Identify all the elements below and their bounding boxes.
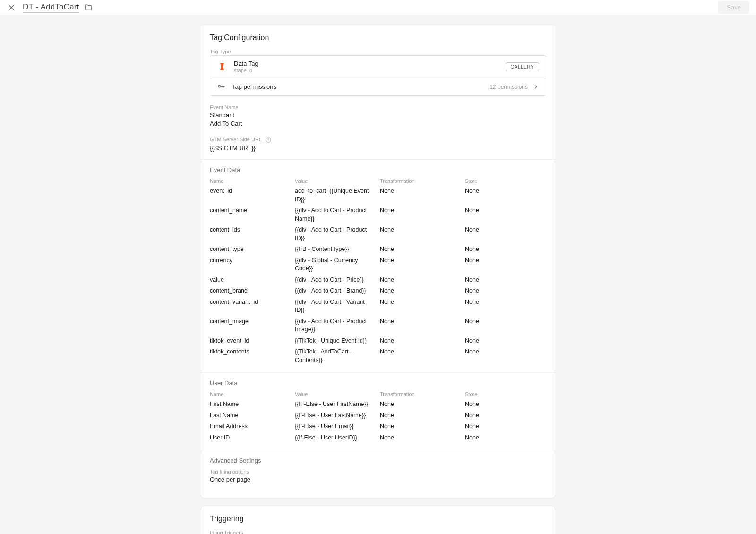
table-cell-trans: None — [380, 285, 465, 297]
table-row: Last Name{{If-Else - User LastName}}None… — [210, 410, 546, 422]
tag-permissions-label: Tag permissions — [232, 83, 276, 91]
table-row: content_brand{{dlv - Add to Cart - Brand… — [210, 285, 546, 297]
table-row: content_name{{dlv - Add to Cart - Produc… — [210, 205, 546, 224]
event-data-header-trans: Transformation — [380, 178, 465, 186]
firing-options-label: Tag firing options — [210, 469, 546, 474]
event-name-value-1: Standard — [210, 111, 546, 120]
triggering-card: Triggering Firing Triggers Event - Add t… — [201, 506, 555, 534]
table-cell-value: {{If-Else - User Email}} — [295, 421, 380, 432]
table-cell-store: None — [465, 399, 546, 410]
table-cell-name: content_variant_id — [210, 297, 295, 316]
user-data-header-value: Value — [295, 391, 380, 399]
table-cell-value: {{IF-Else - User FirstName}} — [295, 399, 380, 410]
tag-permissions-count: 12 permissions — [490, 84, 528, 90]
table-cell-store: None — [465, 316, 546, 336]
tag-type-label: Tag Type — [210, 49, 546, 54]
table-row: tiktok_event_id{{TikTok - Unique Event I… — [210, 336, 546, 347]
table-row: First Name{{IF-Else - User FirstName}}No… — [210, 399, 546, 410]
table-cell-trans: None — [380, 297, 465, 316]
user-data-header-trans: Transformation — [380, 391, 465, 399]
gtm-url-value: {{SS GTM URL}} — [210, 144, 546, 153]
table-cell-name: User ID — [210, 432, 295, 444]
save-button[interactable]: Save — [718, 1, 749, 14]
table-row: tiktok_contents{{TikTok - AddToCart - Co… — [210, 346, 546, 366]
table-cell-name: First Name — [210, 399, 295, 410]
table-row: currency{{dlv - Global - Currency Code}}… — [210, 255, 546, 275]
close-icon[interactable] — [7, 3, 16, 12]
table-cell-name: content_name — [210, 205, 295, 224]
tag-permissions-row[interactable]: Tag permissions 12 permissions — [210, 78, 546, 95]
table-row: User ID{{If-Else - User UserID}}NoneNone — [210, 432, 546, 444]
table-cell-value: {{dlv - Add to Cart - Brand}} — [295, 285, 380, 297]
table-cell-store: None — [465, 224, 546, 244]
folder-icon[interactable] — [84, 3, 93, 12]
table-cell-value: {{If-Else - User UserID}} — [295, 432, 380, 444]
tag-type-row[interactable]: Data Tag stape-io GALLERY — [210, 56, 546, 78]
table-row: content_ids{{dlv - Add to Cart - Product… — [210, 224, 546, 244]
advanced-settings-title: Advanced Settings — [210, 457, 546, 464]
table-cell-name: content_type — [210, 244, 295, 255]
table-cell-value: {{dlv - Add to Cart - Product Name}} — [295, 205, 380, 224]
table-cell-name: content_ids — [210, 224, 295, 244]
table-cell-name: value — [210, 275, 295, 286]
tag-type-vendor: stape-io — [234, 68, 258, 74]
gtm-url-label: GTM Server Side URL — [210, 137, 546, 143]
table-cell-value: {{FB - ContentType}} — [295, 244, 380, 255]
user-data-table: Name Value Transformation Store First Na… — [210, 391, 546, 443]
table-cell-name: Last Name — [210, 410, 295, 422]
event-data-title: Event Data — [210, 166, 546, 173]
table-row: Email Address{{If-Else - User Email}}Non… — [210, 421, 546, 432]
table-cell-trans: None — [380, 346, 465, 366]
event-name-value-2: Add To Cart — [210, 120, 546, 128]
firing-options-block: Tag firing options Once per page — [210, 469, 546, 484]
table-cell-value: {{dlv - Add to Cart - Product ID}} — [295, 224, 380, 244]
table-cell-trans: None — [380, 255, 465, 275]
gallery-button[interactable]: GALLERY — [506, 62, 539, 71]
tag-config-card: Tag Configuration Tag Type Data Tag stap… — [201, 25, 555, 498]
gtm-url-block: GTM Server Side URL {{SS GTM URL}} — [210, 137, 546, 153]
table-cell-store: None — [465, 275, 546, 286]
user-data-header-store: Store — [465, 391, 546, 399]
table-cell-name: content_brand — [210, 285, 295, 297]
table-cell-value: {{dlv - Global - Currency Code}} — [295, 255, 380, 275]
user-data-header-name: Name — [210, 391, 295, 399]
table-cell-trans: None — [380, 205, 465, 224]
table-cell-trans: None — [380, 275, 465, 286]
key-icon — [217, 83, 225, 91]
table-cell-store: None — [465, 285, 546, 297]
table-cell-value: {{dlv - Add to Cart - Variant ID}} — [295, 297, 380, 316]
table-row: content_image{{dlv - Add to Cart - Produ… — [210, 316, 546, 336]
table-cell-value: {{TikTok - AddToCart - Contents}} — [295, 346, 380, 366]
table-cell-trans: None — [380, 410, 465, 422]
page-title[interactable]: DT - AddToCart — [23, 2, 79, 13]
tag-type-name: Data Tag — [234, 60, 258, 68]
help-icon[interactable] — [265, 137, 272, 143]
event-data-table: Name Value Transformation Store event_id… — [210, 178, 546, 366]
firing-options-value: Once per page — [210, 475, 546, 484]
table-cell-trans: None — [380, 336, 465, 347]
table-cell-name: tiktok_event_id — [210, 336, 295, 347]
event-data-header-name: Name — [210, 178, 295, 186]
table-cell-name: Email Address — [210, 421, 295, 432]
table-cell-store: None — [465, 255, 546, 275]
table-cell-name: content_image — [210, 316, 295, 336]
event-name-label: Event Name — [210, 104, 546, 110]
table-row: event_idadd_to_cart_{{Unique Event ID}}N… — [210, 186, 546, 205]
table-cell-store: None — [465, 205, 546, 224]
table-cell-name: tiktok_contents — [210, 346, 295, 366]
table-cell-value: {{TikTok - Unique Event Id}} — [295, 336, 380, 347]
table-cell-trans: None — [380, 316, 465, 336]
title-wrap: DT - AddToCart — [23, 2, 93, 13]
table-cell-trans: None — [380, 224, 465, 244]
table-cell-trans: None — [380, 432, 465, 444]
table-cell-store: None — [465, 421, 546, 432]
table-cell-store: None — [465, 432, 546, 444]
table-cell-store: None — [465, 297, 546, 316]
table-cell-store: None — [465, 244, 546, 255]
table-cell-value: {{If-Else - User LastName}} — [295, 410, 380, 422]
table-cell-value: {{dlv - Add to Cart - Product Image}} — [295, 316, 380, 336]
user-data-title: User Data — [210, 379, 546, 387]
event-data-header-store: Store — [465, 178, 546, 186]
table-cell-store: None — [465, 410, 546, 422]
table-cell-name: event_id — [210, 186, 295, 205]
